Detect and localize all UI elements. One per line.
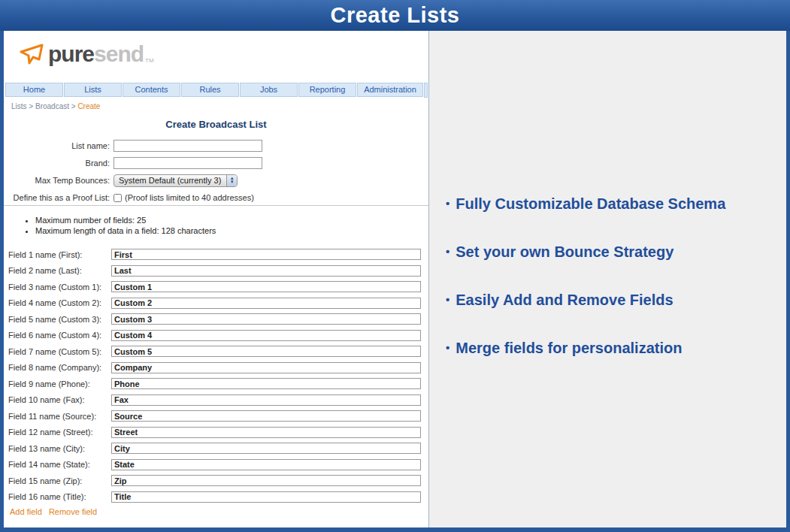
proof-list-checkbox[interactable] [114,194,122,202]
field-name-input[interactable] [111,281,421,292]
field-name-input[interactable] [111,491,421,503]
proof-list-note: (Proof lists limited to 40 addresses) [125,193,254,202]
field-row: Field 10 name (Fax): [8,392,421,409]
field-name-input[interactable] [111,265,421,277]
proof-list-label: Define this as a Proof List: [8,193,114,202]
title-banner: Create Lists [0,0,790,31]
field-name-input[interactable] [111,249,421,260]
bullet-dot: • [446,243,449,261]
note-item: Maximum length of data in a field: 128 c… [35,226,216,235]
bullet-text: Merge fields for personalization [456,339,682,357]
brand-label: Brand: [8,159,114,168]
field-row: Field 3 name (Custom 1): [8,279,421,295]
field-row: Field 7 name (Custom 5): [8,343,421,360]
breadcrumb: Lists > Broadcast > Create [11,102,100,110]
note-item: Maximum number of fields: 25 [35,216,216,225]
field-row: Field 2 name (Last): [8,263,421,280]
nav-bar: Home Lists Contents Rules Jobs Reporting… [5,83,428,98]
field-label: Field 11 name (Source): [8,412,111,421]
field-label: Field 10 name (Fax): [8,395,111,404]
field-row: Field 15 name (Zip): [8,473,421,489]
nav-tab[interactable]: Lists [64,83,122,97]
field-name-input[interactable] [111,427,421,438]
app-window: puresend TM Home Lists Contents Rules Jo… [4,31,429,527]
field-row: Field 16 name (Title): [8,489,421,506]
field-row: Field 9 name (Phone): [8,376,421,392]
field-row: Field 12 name (Street): [8,425,421,441]
bullet-dot: • [446,291,449,309]
bullet-item: • Easily Add and Remove Fields [446,291,784,309]
bullet-dot: • [446,195,449,213]
brand-input[interactable] [114,157,262,169]
field-label: Field 5 name (Custom 3): [8,315,111,324]
form-row: Brand: [8,156,424,170]
field-label: Field 2 name (Last): [8,266,111,275]
field-label: Field 9 name (Phone): [8,379,111,388]
slide-bullets: • Fully Customizable Database Schema • S… [446,195,784,387]
field-label: Field 3 name (Custom 1): [8,283,111,292]
field-row: Field 14 name (State): [8,457,421,473]
select-stepper-icon: ▲ ▼ [226,175,237,186]
max-temp-bounces-label: Max Temp Bounces: [8,176,114,185]
bullet-text: Set your own Bounce Strategy [456,243,673,261]
field-label: Field 15 name (Zip): [8,476,111,485]
breadcrumb-path[interactable]: Lists > Broadcast > [11,102,77,110]
field-label: Field 4 name (Custom 2): [8,298,111,307]
add-field-link[interactable]: Add field [10,507,42,516]
bullet-item: • Set your own Bounce Strategy [446,243,784,261]
field-row: Field 6 name (Custom 4): [8,328,421,344]
form-row: Define this as a Proof List: (Proof list… [8,191,424,204]
field-name-input[interactable] [111,475,421,486]
slide: Create Lists puresend TM Home Lists Cont… [0,0,790,532]
bullet-item: • Merge fields for personalization [446,339,784,357]
field-name-input[interactable] [111,410,421,422]
list-name-input[interactable] [114,140,262,152]
field-label: Field 14 name (State): [8,460,111,469]
field-label: Field 12 name (Street): [8,428,111,437]
field-label: Field 13 name (City): [8,444,111,453]
remove-field-link[interactable]: Remove field [49,507,97,516]
field-label: Field 6 name (Custom 4): [8,331,111,340]
field-name-input[interactable] [111,298,421,309]
slide-content: puresend TM Home Lists Contents Rules Jo… [4,31,786,527]
field-name-input[interactable] [111,443,421,454]
field-name-input[interactable] [111,394,421,406]
bullet-dot: • [446,339,449,357]
field-row: Field 11 name (Source): [8,408,421,425]
field-name-input[interactable] [111,330,421,341]
field-name-input[interactable] [111,346,421,357]
field-limit-notes: Maximum number of fields: 25 Maximum len… [25,216,216,237]
page-title: Create Broadcast List [4,119,428,130]
breadcrumb-current: Create [77,102,100,110]
logo-text-send: send [94,43,144,65]
field-row: Field 1 name (First): [8,246,421,263]
nav-tab[interactable]: Contents [123,83,180,97]
nav-tab[interactable]: Home [5,83,63,97]
bullet-text: Easily Add and Remove Fields [456,291,673,309]
puresend-logo: puresend TM [19,43,154,65]
field-name-input[interactable] [111,313,421,325]
selected-option: System Default (currently 3) [119,176,226,185]
field-name-input[interactable] [111,378,421,389]
nav-tab[interactable]: Reporting [298,83,356,97]
logo-text-pure: pure [48,43,94,65]
field-label: Field 7 name (Custom 5): [8,347,111,356]
field-name-input[interactable] [111,362,421,373]
max-temp-bounces-select[interactable]: System Default (currently 3) ▲ ▼ [114,174,238,187]
field-label: Field 16 name (Title): [8,492,111,501]
nav-tab[interactable]: Rules [181,83,239,97]
field-row: Field 5 name (Custom 3): [8,311,421,328]
bullet-text: Fully Customizable Database Schema [456,195,725,213]
field-actions: Add field Remove field [10,507,101,516]
field-label: Field 1 name (First): [8,250,111,259]
field-row: Field 4 name (Custom 2): [8,295,421,312]
stepper-down-icon: ▼ [230,180,235,184]
slide-title: Create Lists [330,3,459,28]
field-name-input[interactable] [111,459,421,470]
field-label: Field 8 name (Company): [8,363,111,372]
puresend-logo-icon [19,43,44,65]
bullet-item: • Fully Customizable Database Schema [446,195,784,213]
nav-tab[interactable]: Administration [357,83,423,97]
field-list: Field 1 name (First): Field 2 name (Last… [8,246,421,505]
nav-tab[interactable]: Jobs [240,83,298,97]
